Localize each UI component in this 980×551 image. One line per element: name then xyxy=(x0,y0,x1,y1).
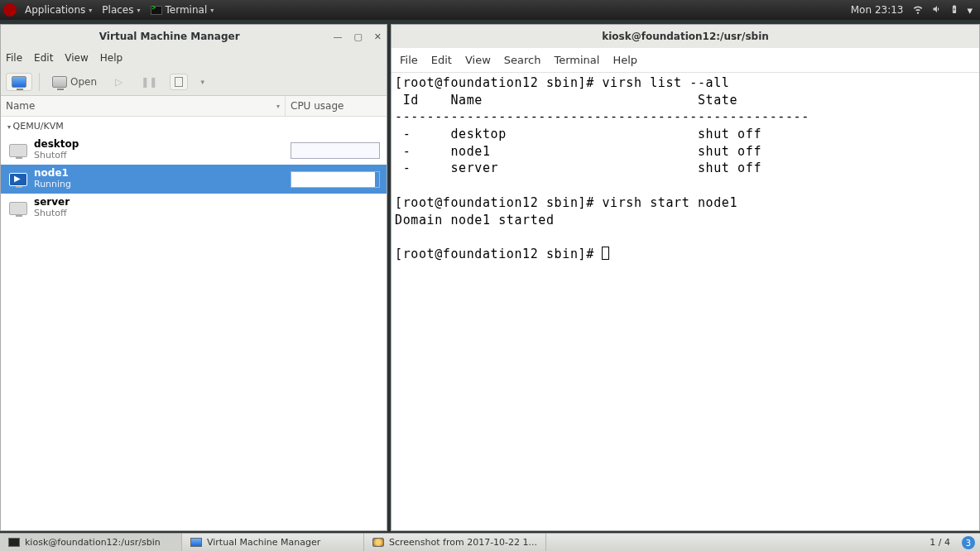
term-menu-view[interactable]: View xyxy=(465,54,491,66)
notification-badge[interactable]: 3 xyxy=(962,536,975,549)
connection-row[interactable]: QEMU/KVM xyxy=(1,117,387,136)
active-app-menu[interactable]: Terminal ▾ xyxy=(146,4,219,16)
vm-row-node1[interactable]: node1Running xyxy=(1,165,387,194)
task-button[interactable]: kiosk@foundation12:/usr/sbin xyxy=(0,534,182,551)
term-menu-help[interactable]: Help xyxy=(612,54,637,66)
monitor-new-icon xyxy=(12,76,26,88)
open-label: Open xyxy=(70,76,97,88)
vm-monitor-icon xyxy=(9,173,27,186)
vm-row-server[interactable]: serverShutoff xyxy=(1,194,387,223)
maximize-button[interactable]: ▢ xyxy=(353,31,362,42)
task-icon xyxy=(8,538,20,547)
vm-cpu-graph xyxy=(291,200,380,217)
desktop-area: Virtual Machine Manager — ▢ ✕ File Edit … xyxy=(0,20,980,533)
vmm-window-title: Virtual Machine Manager xyxy=(6,31,333,42)
top-panel: Applications ▾ Places ▾ Terminal ▾ Mon 2… xyxy=(0,0,980,20)
vm-state: Shutoff xyxy=(34,208,284,219)
vm-name: node1 xyxy=(34,168,284,180)
monitor-icon xyxy=(52,76,67,88)
shutdown-vm-button[interactable] xyxy=(170,74,188,90)
term-menu-terminal[interactable]: Terminal xyxy=(554,54,599,66)
task-button[interactable]: Screenshot from 2017-10-22 1... xyxy=(364,534,546,551)
vm-name: server xyxy=(34,197,284,208)
pause-vm-button[interactable]: ❚❚ xyxy=(135,73,163,91)
vm-name: desktop xyxy=(34,139,284,151)
sort-arrow-icon: ▾ xyxy=(276,103,280,110)
vmm-menu-file[interactable]: File xyxy=(6,52,22,64)
col-header-name[interactable]: Name ▾ xyxy=(1,96,286,116)
terminal-app-icon xyxy=(151,6,162,15)
clock[interactable]: Mon 23:13 xyxy=(846,4,909,16)
terminal-body[interactable]: [root@foundation12 sbin]# virsh list --a… xyxy=(392,73,979,530)
minimize-button[interactable]: — xyxy=(333,31,342,42)
workspace-pager[interactable]: 1 / 4 xyxy=(923,534,957,551)
distro-logo-icon xyxy=(3,3,17,17)
new-vm-button[interactable] xyxy=(6,73,32,91)
volume-icon[interactable] xyxy=(928,4,946,17)
clock-label: Mon 23:13 xyxy=(851,4,904,16)
term-menu-search[interactable]: Search xyxy=(504,54,541,66)
vm-cpu-graph xyxy=(291,171,380,188)
applications-menu[interactable]: Applications ▾ xyxy=(20,4,97,16)
task-label: Virtual Machine Manager xyxy=(207,537,320,548)
user-menu-icon[interactable]: ▾ xyxy=(963,4,977,17)
vm-row-desktop[interactable]: desktopShutoff xyxy=(1,136,387,165)
task-icon xyxy=(372,538,384,547)
task-icon xyxy=(190,538,202,547)
run-vm-button[interactable]: ▷ xyxy=(109,73,128,91)
vm-state: Shutoff xyxy=(34,151,284,161)
terminal-cursor xyxy=(602,247,609,260)
task-label: kiosk@foundation12:/usr/sbin xyxy=(25,537,161,548)
dropdown-arrow-icon: ▾ xyxy=(89,7,92,14)
term-menu-edit[interactable]: Edit xyxy=(431,54,452,66)
vmm-menu-edit[interactable]: Edit xyxy=(34,52,53,64)
vmm-menu-view[interactable]: View xyxy=(65,52,88,64)
vmm-toolbar: Open ▷ ❚❚ ▾ xyxy=(1,68,387,96)
shutdown-icon xyxy=(175,77,183,87)
vmm-column-headers: Name ▾ CPU usage xyxy=(1,96,387,117)
vm-monitor-icon xyxy=(9,202,27,215)
dropdown-arrow-icon: ▾ xyxy=(137,7,140,14)
taskbar: kiosk@foundation12:/usr/sbinVirtual Mach… xyxy=(0,533,980,551)
places-menu[interactable]: Places ▾ xyxy=(97,4,145,16)
vmm-window: Virtual Machine Manager — ▢ ✕ File Edit … xyxy=(0,24,387,531)
applications-label: Applications xyxy=(25,4,85,16)
close-button[interactable]: ✕ xyxy=(374,31,382,42)
task-button[interactable]: Virtual Machine Manager xyxy=(182,534,364,551)
terminal-window: kiosk@foundation12:/usr/sbin File Edit V… xyxy=(391,24,980,531)
task-label: Screenshot from 2017-10-22 1... xyxy=(389,537,537,548)
places-label: Places xyxy=(102,4,133,16)
vmm-titlebar[interactable]: Virtual Machine Manager — ▢ ✕ xyxy=(1,25,387,48)
active-app-label: Terminal xyxy=(166,4,208,16)
vmm-menubar: File Edit View Help xyxy=(1,48,387,68)
terminal-menubar: File Edit View Search Terminal Help xyxy=(392,48,979,73)
term-menu-file[interactable]: File xyxy=(400,54,418,66)
shutdown-menu-arrow[interactable]: ▾ xyxy=(195,74,210,89)
vmm-vm-list: QEMU/KVM desktopShutoffnode1Runningserve… xyxy=(1,117,387,530)
vm-monitor-icon xyxy=(9,144,27,157)
terminal-window-title: kiosk@foundation12:/usr/sbin xyxy=(602,31,769,42)
col-header-cpu[interactable]: CPU usage xyxy=(286,96,387,116)
terminal-titlebar[interactable]: kiosk@foundation12:/usr/sbin xyxy=(392,25,979,48)
vm-cpu-graph xyxy=(291,142,380,159)
battery-icon[interactable] xyxy=(946,3,963,17)
vm-state: Running xyxy=(34,180,284,190)
open-vm-button[interactable]: Open xyxy=(46,73,103,91)
vmm-menu-help[interactable]: Help xyxy=(100,52,122,64)
dropdown-arrow-icon: ▾ xyxy=(210,7,214,14)
network-wifi-icon[interactable] xyxy=(908,3,928,17)
